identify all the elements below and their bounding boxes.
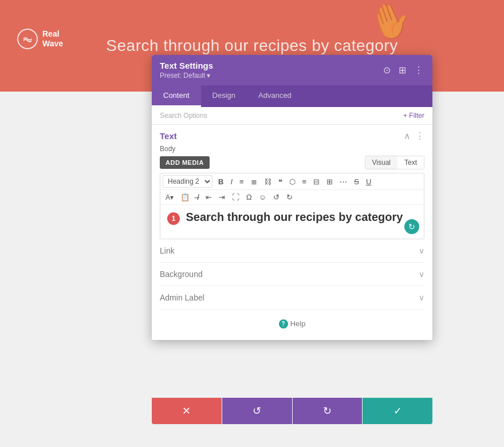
- logo-text: Real Wave: [42, 29, 63, 49]
- italic-button[interactable]: I: [227, 176, 235, 187]
- ordered-list-button[interactable]: ≣: [248, 176, 260, 187]
- outdent-button[interactable]: ⇤: [203, 192, 215, 203]
- more-formats-button[interactable]: ⋯: [337, 176, 350, 187]
- tab-content[interactable]: Content: [152, 85, 201, 107]
- search-options-bar: Search Options + Filter: [152, 107, 432, 125]
- toolbar-row-2: A▾ 📋 I̶ ⇤ ⇥ ⛶ Ω ☺ ↺ ↻: [160, 190, 424, 205]
- background-accordion[interactable]: Background ∨: [160, 263, 424, 286]
- panel-more-icon[interactable]: ⋮: [413, 64, 424, 77]
- link-accordion[interactable]: Link ∨: [160, 239, 424, 263]
- toolbar-row-1: Heading 2 Heading 1 Heading 3 Paragraph …: [160, 173, 424, 190]
- help-row: ? Help: [160, 310, 424, 331]
- help-link[interactable]: ? Help: [279, 319, 306, 329]
- bottom-bar: ✕ ↺ ↻ ✓: [152, 398, 432, 424]
- text-settings-panel: Text Settings Preset: Default ▾ ⊙ ⊞ ⋮ Co…: [152, 55, 432, 340]
- save-button[interactable]: ✓: [363, 398, 432, 424]
- admin-label-accordion-label: Admin Label: [160, 293, 204, 302]
- undo-editor-button[interactable]: ↺: [270, 192, 282, 203]
- panel-title-area: Text Settings Preset: Default ▾: [160, 61, 213, 80]
- editor-heading-text[interactable]: Search through our recipes by category: [186, 211, 403, 223]
- panel-preset[interactable]: Preset: Default ▾: [160, 72, 213, 80]
- panel-body: Text ∧ ⋮ Body ADD MEDIA Visual Text Head…: [152, 125, 432, 340]
- indent-button[interactable]: ⇥: [216, 192, 228, 203]
- admin-label-chevron-icon: ∨: [419, 293, 424, 302]
- text-section-title: Text: [160, 131, 177, 141]
- link-button[interactable]: ⛓: [261, 176, 274, 187]
- refresh-content-button[interactable]: ↻: [404, 219, 419, 234]
- align-left-button[interactable]: ⬡: [286, 176, 298, 187]
- blockquote-button[interactable]: ❝: [275, 176, 285, 187]
- panel-grid-icon[interactable]: ⊞: [397, 64, 407, 77]
- unordered-list-button[interactable]: ≡: [237, 176, 247, 187]
- editor-toolbar: Heading 2 Heading 1 Heading 3 Paragraph …: [160, 173, 424, 205]
- undo-button[interactable]: ↺: [222, 398, 292, 424]
- text-section-header: Text ∧ ⋮: [160, 130, 424, 141]
- redo-editor-button[interactable]: ↻: [284, 192, 296, 203]
- tab-design[interactable]: Design: [201, 85, 247, 107]
- help-icon: ?: [279, 319, 288, 329]
- section-menu-icon[interactable]: ⋮: [415, 130, 424, 141]
- background-accordion-label: Background: [160, 270, 203, 279]
- panel-title: Text Settings: [160, 61, 213, 70]
- fullscreen-button[interactable]: ⛶: [229, 192, 242, 203]
- admin-label-accordion[interactable]: Admin Label ∨: [160, 286, 424, 310]
- add-media-row: ADD MEDIA Visual Text: [160, 156, 424, 169]
- bold-button[interactable]: B: [215, 176, 226, 187]
- underline-button[interactable]: U: [363, 176, 374, 187]
- paste-text-button[interactable]: 📋: [178, 192, 192, 203]
- tab-advanced[interactable]: Advanced: [247, 85, 303, 107]
- link-accordion-label: Link: [160, 246, 175, 255]
- visual-toggle-button[interactable]: Visual: [365, 156, 397, 169]
- emoji-button[interactable]: ☺: [256, 192, 269, 203]
- align-center-button[interactable]: ≡: [300, 176, 310, 187]
- background-chevron-icon: ∨: [419, 270, 424, 279]
- background-heading: Search through our recipes by category: [106, 37, 397, 55]
- redo-button[interactable]: ↻: [293, 398, 363, 424]
- body-label: Body: [160, 145, 424, 153]
- link-chevron-icon: ∨: [419, 246, 424, 255]
- text-toggle-button[interactable]: Text: [397, 156, 424, 169]
- section-controls: ∧ ⋮: [404, 130, 424, 141]
- step-badge: 1: [167, 212, 180, 225]
- filter-button[interactable]: + Filter: [403, 112, 424, 120]
- panel-focus-icon[interactable]: ⊙: [382, 64, 392, 77]
- font-color-button[interactable]: A▾: [163, 192, 176, 203]
- panel-controls: ⊙ ⊞ ⋮: [382, 64, 424, 77]
- visual-text-toggle: Visual Text: [365, 156, 424, 169]
- cancel-button[interactable]: ✕: [152, 398, 222, 424]
- panel-tabs: Content Design Advanced: [152, 85, 432, 107]
- section-collapse-icon[interactable]: ∧: [404, 130, 411, 141]
- logo[interactable]: Real Wave: [17, 29, 63, 49]
- clear-format-button[interactable]: I̶: [194, 192, 202, 203]
- panel-header: Text Settings Preset: Default ▾ ⊙ ⊞ ⋮: [152, 55, 432, 85]
- editor-content-area[interactable]: 1 Search through our recipes by category…: [160, 205, 424, 239]
- special-chars-button[interactable]: Ω: [243, 192, 255, 203]
- strikethrough-button[interactable]: S: [351, 176, 362, 187]
- align-right-button[interactable]: ⊟: [310, 176, 322, 187]
- add-media-button[interactable]: ADD MEDIA: [160, 156, 210, 169]
- heading-select[interactable]: Heading 2 Heading 1 Heading 3 Paragraph: [163, 175, 212, 188]
- search-options-label: Search Options: [160, 112, 207, 120]
- logo-icon: [17, 29, 38, 49]
- table-button[interactable]: ⊞: [324, 176, 336, 187]
